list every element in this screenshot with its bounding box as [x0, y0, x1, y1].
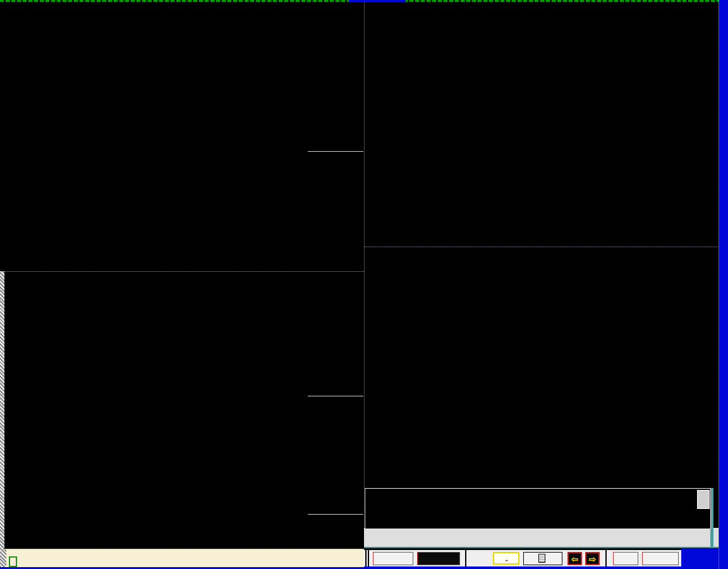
- xsec-maxdz-window: [364, 2, 719, 247]
- right-edge-stripe: [719, 0, 728, 569]
- terminal-cursor: [9, 556, 17, 567]
- data-availability-window: [365, 488, 711, 529]
- arrow-left-icon: ⇦: [571, 554, 578, 564]
- colorbar-divider: [308, 514, 363, 515]
- desktop-corner: [681, 549, 719, 566]
- caret-icon: ^: [505, 559, 508, 565]
- xsec-maxdz-plot: [365, 19, 674, 211]
- page-icon: [538, 554, 545, 563]
- maxdz-colorbar-2: [308, 401, 364, 502]
- set-time-button[interactable]: [417, 552, 460, 565]
- xsec-maxdz-colorbar: [661, 21, 719, 211]
- separator: [465, 550, 466, 566]
- window-frame-line: [364, 547, 719, 548]
- separator: [368, 550, 369, 566]
- xsec-velocity-window: [364, 247, 719, 488]
- maxdz-colorbar-1: [308, 291, 364, 392]
- arrow-right-icon: ⇨: [589, 554, 596, 564]
- time-control-bar: ^ ⇦ ⇨: [364, 549, 681, 566]
- step-forward-button[interactable]: ⇨: [585, 552, 600, 565]
- separator: [365, 550, 367, 566]
- ir-window-toolbar: [3, 237, 300, 270]
- xsec-velocity-toolbar: [368, 453, 533, 487]
- satellite-image: [30, 19, 308, 224]
- hours-step-button[interactable]: [523, 552, 562, 565]
- real-time-button[interactable]: [373, 552, 413, 565]
- xsec-maxdz-toolbar: [368, 211, 533, 245]
- status-scrollbar-thumb[interactable]: [697, 490, 710, 509]
- colorbar-divider: [308, 151, 363, 152]
- maxdz-colorbar-overlay: [308, 155, 364, 237]
- help-button[interactable]: [613, 552, 638, 565]
- step-back-button[interactable]: ⇦: [567, 552, 582, 565]
- maxdz-ppi-window: [0, 271, 364, 549]
- separator: [605, 550, 607, 566]
- message-window: [364, 528, 719, 548]
- ir-plot-window: [0, 2, 364, 271]
- left-scrollbar-strip[interactable]: [0, 271, 4, 549]
- xsec-velocity-plot: [365, 264, 674, 456]
- radar-window-toolbar: [1, 518, 240, 549]
- xsec-velocity-colorbar: [660, 265, 719, 455]
- skip-value-input[interactable]: ^: [493, 552, 519, 565]
- colorbar-divider: [308, 396, 363, 396]
- radar-ppi-display: [0, 288, 308, 516]
- ir-colorbar: [308, 19, 364, 150]
- terminal-scrollbar[interactable]: [0, 549, 6, 567]
- zebra-display-screen: ^ ⇦ ⇨: [0, 0, 728, 569]
- dismiss-button[interactable]: [642, 552, 679, 565]
- xterm-window[interactable]: [0, 549, 364, 567]
